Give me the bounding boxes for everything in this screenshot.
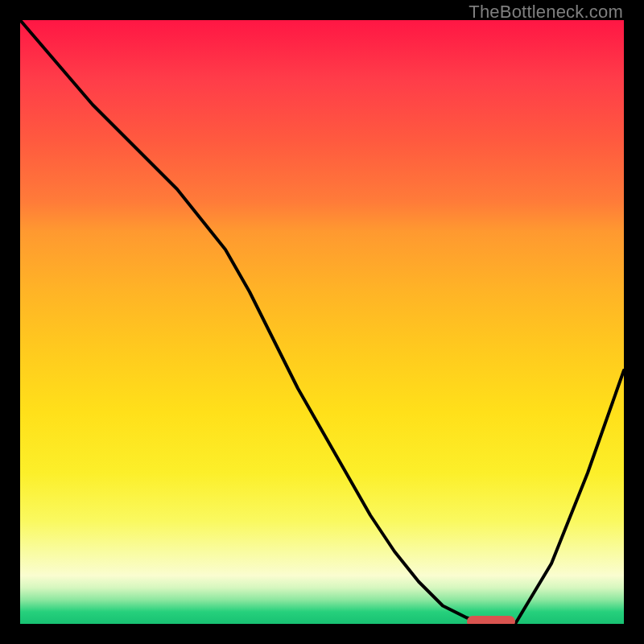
optimal-marker [467, 616, 515, 624]
plot-area [20, 20, 624, 624]
chart-frame: TheBottleneck.com [0, 0, 644, 644]
bottleneck-curve [20, 20, 624, 624]
chart-overlay [20, 20, 624, 624]
watermark-text: TheBottleneck.com [469, 2, 623, 23]
